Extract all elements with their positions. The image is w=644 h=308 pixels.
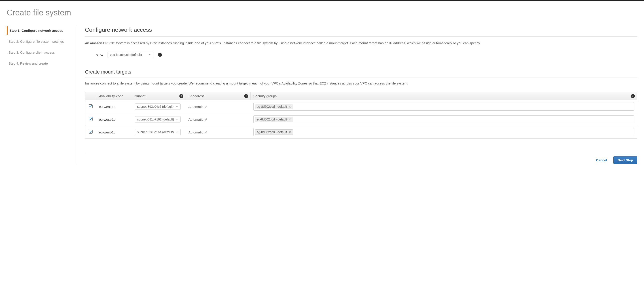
remove-tag-icon[interactable]: ✕ [289,131,291,134]
row-checkbox[interactable] [89,117,92,121]
mount-targets-description: Instances connect to a file system by us… [85,81,637,86]
ip-address-value: Automatic [188,118,204,121]
next-step-button[interactable]: Next Step [613,156,637,164]
info-icon[interactable] [244,94,248,98]
ip-address-value: Automatic [188,105,204,109]
chevron-down-icon: ▼ [176,131,178,133]
subnet-select[interactable]: subnet-02c8e164 (default) ▼ [135,129,181,135]
info-icon[interactable] [631,94,635,98]
step-1-configure-network-access[interactable]: Step 1: Configure network access [7,26,71,35]
vpc-select[interactable]: vpc-b24cb0cb (default) ▼ [108,52,154,58]
section-heading-configure-network: Configure network access [85,26,637,37]
vpc-row: VPC vpc-b24cb0cb (default) ▼ [85,52,637,58]
pencil-icon[interactable] [204,131,208,134]
info-icon[interactable] [179,94,183,98]
chevron-down-icon: ▼ [176,105,178,108]
column-header-az: Availability Zone [96,92,132,100]
security-group-tag: sg-8d502ccd - default ✕ [255,117,294,122]
vpc-select-value: vpc-b24cb0cb (default) [110,53,142,56]
chevron-down-icon: ▼ [149,53,151,56]
subnet-select[interactable]: subnet-8d3c04c5 (default) ▼ [135,103,181,110]
pencil-icon[interactable] [204,105,208,108]
column-header-sg: Security groups [251,92,637,100]
step-2-configure-file-system-settings[interactable]: Step 2: Configure file system settings [7,37,71,46]
security-groups-input[interactable]: sg-8d502ccd - default ✕ [253,103,634,111]
ip-address-value: Automatic [188,130,204,134]
az-cell: eu-west-1c [99,130,116,134]
security-groups-input[interactable]: sg-8d502ccd - default ✕ [253,115,634,123]
section-description: An Amazon EFS file system is accessed by… [85,41,637,46]
table-row: eu-west-1c subnet-02c8e164 (default) ▼ A… [85,126,637,139]
az-cell: eu-west-1b [99,118,116,121]
subnet-select[interactable]: subnet-581b7102 (default) ▼ [135,116,181,122]
page-title: Create file system [7,8,637,17]
security-group-tag: sg-8d502ccd - default ✕ [255,104,294,109]
mount-targets-table: Availability Zone Subnet IP address Secu… [85,92,637,139]
footer-actions: Cancel Next Step [85,152,637,164]
az-cell: eu-west-1a [99,105,116,109]
chevron-down-icon: ▼ [176,118,178,121]
column-header-checkbox [85,92,96,100]
info-icon[interactable] [158,53,162,57]
column-header-subnet: Subnet [132,92,186,100]
remove-tag-icon[interactable]: ✕ [289,118,291,121]
cancel-button[interactable]: Cancel [596,158,607,162]
vpc-label: VPC [96,53,103,56]
step-4-review-and-create[interactable]: Step 4: Review and create [7,59,71,67]
table-row: eu-west-1b subnet-581b7102 (default) ▼ A… [85,113,637,126]
remove-tag-icon[interactable]: ✕ [289,105,291,108]
column-header-ip: IP address [186,92,251,100]
wizard-steps-sidebar: Step 1: Configure network access Step 2:… [7,26,76,164]
row-checkbox[interactable] [89,130,92,134]
row-checkbox[interactable] [89,104,92,108]
security-groups-input[interactable]: sg-8d502ccd - default ✕ [253,128,634,136]
main-content: Configure network access An Amazon EFS f… [76,26,637,164]
table-row: eu-west-1a subnet-8d3c04c5 (default) ▼ A… [85,100,637,113]
pencil-icon[interactable] [204,118,208,121]
security-group-tag: sg-8d502ccd - default ✕ [255,129,294,135]
step-3-configure-client-access[interactable]: Step 3: Configure client access [7,48,71,56]
mount-targets-heading: Create mount targets [85,69,637,78]
